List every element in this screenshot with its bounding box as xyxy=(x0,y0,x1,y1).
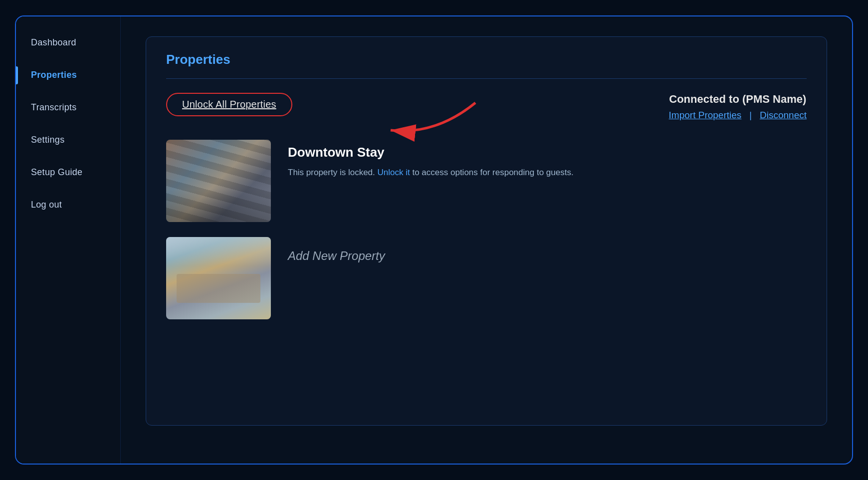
property-description: This property is locked. Unlock it to ac… xyxy=(288,166,807,179)
pms-section: Connected to (PMS Name) Import Propertie… xyxy=(669,93,807,121)
sidebar-item-setup-guide[interactable]: Setup Guide xyxy=(16,156,120,189)
staircase-image xyxy=(166,140,271,222)
property-card-add-new: Add New Property xyxy=(166,237,807,319)
page-title: Properties xyxy=(166,52,807,67)
pms-links: Import Properties | Disconnect xyxy=(669,110,807,121)
import-properties-link[interactable]: Import Properties xyxy=(669,110,742,121)
property-image-downtown-stay xyxy=(166,140,271,222)
sidebar-item-logout[interactable]: Log out xyxy=(16,189,120,221)
add-new-property-label[interactable]: Add New Property xyxy=(288,242,807,263)
desc-prefix: This property is locked. xyxy=(288,168,375,177)
main-content: Properties Unlock All Properties xyxy=(121,16,852,464)
property-card-downtown-stay: Downtown Stay This property is locked. U… xyxy=(166,140,807,222)
properties-panel: Properties Unlock All Properties xyxy=(146,36,827,426)
unlock-all-properties-button[interactable]: Unlock All Properties xyxy=(166,93,292,116)
desc-suffix: to access options for responding to gues… xyxy=(412,168,573,177)
unlock-it-link[interactable]: Unlock it xyxy=(378,168,410,177)
app-container: Dashboard Properties Transcripts Setting… xyxy=(15,15,853,465)
sidebar-item-transcripts[interactable]: Transcripts xyxy=(16,91,120,124)
sidebar-item-settings[interactable]: Settings xyxy=(16,124,120,156)
property-name: Downtown Stay xyxy=(288,145,807,160)
annotation-arrow xyxy=(376,95,485,145)
pms-connected-text: Connected to (PMS Name) xyxy=(669,93,807,106)
panel-divider xyxy=(166,78,807,79)
property-image-add-new xyxy=(166,237,271,319)
action-bar: Unlock All Properties Connected to (PMS … xyxy=(166,93,807,121)
unlock-btn-wrapper: Unlock All Properties xyxy=(166,93,292,116)
add-new-property-info: Add New Property xyxy=(288,237,807,263)
property-info-downtown-stay: Downtown Stay This property is locked. U… xyxy=(288,140,807,179)
property-list: Downtown Stay This property is locked. U… xyxy=(166,140,807,319)
disconnect-link[interactable]: Disconnect xyxy=(760,110,807,121)
sidebar-item-dashboard[interactable]: Dashboard xyxy=(16,26,120,59)
sidebar-item-properties[interactable]: Properties xyxy=(16,59,120,91)
links-divider: | xyxy=(749,110,752,121)
sidebar: Dashboard Properties Transcripts Setting… xyxy=(16,16,121,464)
living-room-image xyxy=(166,237,271,319)
